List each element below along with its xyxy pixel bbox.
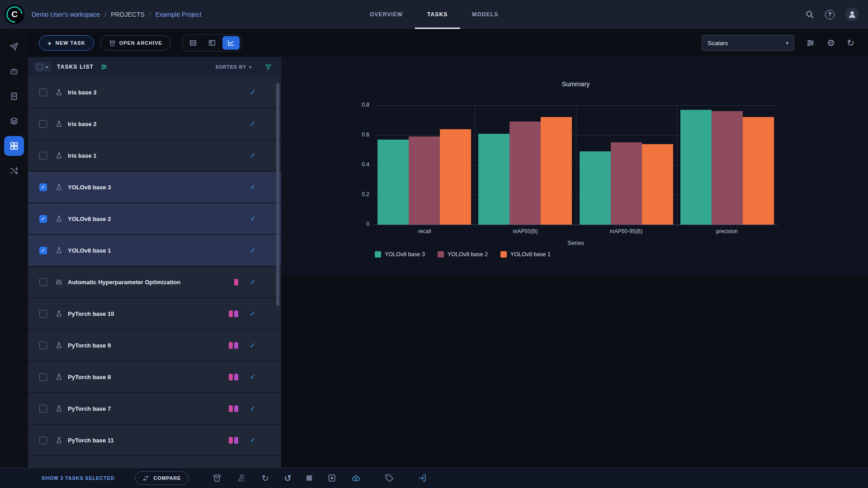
task-row[interactable]: Iris base 1✓ xyxy=(28,140,281,171)
bar[interactable] xyxy=(743,117,774,225)
new-task-button[interactable]: + NEW TASK xyxy=(39,35,94,51)
task-checkbox[interactable] xyxy=(39,278,47,286)
task-row[interactable]: PyTorch base 8✓ xyxy=(28,361,281,392)
bar[interactable] xyxy=(409,136,440,225)
tab-models[interactable]: MODELS xyxy=(460,0,510,29)
status-completed-icon: ✓ xyxy=(249,88,256,96)
publish-action-button[interactable] xyxy=(352,474,361,483)
bar[interactable] xyxy=(580,151,611,225)
task-checkbox[interactable] xyxy=(39,152,47,160)
task-name[interactable]: YOLOv8 base 1 xyxy=(68,247,111,254)
search-icon[interactable] xyxy=(805,10,814,19)
settings-gear-icon[interactable]: ⚙ xyxy=(827,38,835,47)
sorted-by-dropdown[interactable]: SORTED BY ▾ xyxy=(215,64,252,70)
metric-dropdown[interactable]: Scalars ▾ xyxy=(702,35,794,51)
move-to-project-action-button[interactable] xyxy=(418,474,427,483)
task-checkbox[interactable]: ✓ xyxy=(39,247,47,254)
auto-refresh-icon[interactable]: ↻ xyxy=(847,38,854,47)
experiment-icon xyxy=(55,342,63,349)
clearml-logo[interactable]: C xyxy=(5,5,24,24)
bar[interactable] xyxy=(440,129,471,225)
breadcrumb-project[interactable]: Example Project xyxy=(156,11,202,18)
tab-tasks[interactable]: TASKS xyxy=(415,0,460,29)
task-name[interactable]: PyTorch base 8 xyxy=(68,374,111,380)
breadcrumb-workspace[interactable]: Demo User's workspace xyxy=(32,11,100,18)
tasks-scrollbar[interactable] xyxy=(276,83,279,306)
bar[interactable] xyxy=(611,142,642,225)
task-name[interactable]: Automatic Hyperparameter Optimization xyxy=(68,279,180,286)
sidebar-item-reports[interactable] xyxy=(4,86,24,106)
experiment-icon xyxy=(55,183,63,191)
enqueue-action-button[interactable] xyxy=(237,474,246,483)
list-settings-icon[interactable] xyxy=(100,63,108,70)
legend-item[interactable]: YOLOv8 base 3 xyxy=(375,251,425,258)
task-checkbox[interactable] xyxy=(39,373,47,381)
task-row[interactable]: Automatic Hyperparameter Optimization✓ xyxy=(28,267,281,297)
task-tags xyxy=(227,342,238,349)
show-selected-link[interactable]: SHOW 3 TASKS SELECTED xyxy=(42,475,114,481)
task-tags xyxy=(233,279,238,286)
task-checkbox[interactable] xyxy=(39,310,47,318)
view-table-button[interactable] xyxy=(184,36,202,50)
task-row[interactable]: Iris base 2✓ xyxy=(28,108,281,139)
abort-action-button[interactable] xyxy=(307,475,312,481)
legend-item[interactable]: YOLOv8 base 2 xyxy=(438,251,488,258)
y-tick-label: 0.6 xyxy=(348,131,369,138)
task-name[interactable]: PyTorch base 9 xyxy=(68,342,111,349)
select-all-control[interactable]: ▾ xyxy=(33,62,51,72)
avatar[interactable] xyxy=(845,8,859,21)
task-row[interactable]: PyTorch base 5✓ xyxy=(28,456,281,468)
task-checkbox[interactable]: ✓ xyxy=(39,215,47,223)
task-name[interactable]: Iris base 1 xyxy=(68,152,97,159)
breadcrumb-projects[interactable]: PROJECTS xyxy=(111,11,145,18)
retry-action-button[interactable]: ↻ xyxy=(261,474,269,483)
bar[interactable] xyxy=(509,122,541,225)
bar[interactable] xyxy=(377,140,409,225)
open-archive-button[interactable]: OPEN ARCHIVE xyxy=(100,35,171,51)
sidebar-item-projects[interactable] xyxy=(4,136,24,156)
task-name[interactable]: Iris base 3 xyxy=(68,89,97,96)
task-row[interactable]: ✓YOLOv8 base 3✓ xyxy=(28,172,281,202)
archive-action-button[interactable] xyxy=(212,474,222,483)
task-row[interactable]: PyTorch base 9✓ xyxy=(28,330,281,361)
task-name[interactable]: Iris base 2 xyxy=(68,121,97,127)
bar[interactable] xyxy=(478,134,509,225)
task-checkbox[interactable] xyxy=(39,89,47,96)
task-row[interactable]: PyTorch base 7✓ xyxy=(28,393,281,424)
filter-funnel-icon[interactable] xyxy=(264,63,272,71)
help-icon[interactable]: ? xyxy=(825,10,835,19)
task-row[interactable]: PyTorch base 10✓ xyxy=(28,298,281,329)
select-all-checkbox[interactable] xyxy=(37,64,43,70)
task-checkbox[interactable]: ✓ xyxy=(39,183,47,191)
task-checkbox[interactable] xyxy=(39,436,47,444)
view-split-button[interactable] xyxy=(203,36,221,50)
tags-action-button[interactable] xyxy=(385,474,394,483)
bar[interactable] xyxy=(712,111,743,225)
legend-item[interactable]: YOLOv8 base 1 xyxy=(500,251,551,258)
task-row[interactable]: Iris base 3✓ xyxy=(28,77,281,108)
task-name[interactable]: PyTorch base 11 xyxy=(68,437,114,444)
task-checkbox[interactable] xyxy=(39,120,47,128)
sidebar-item-getting-started[interactable] xyxy=(4,37,24,56)
sidebar-item-applications[interactable] xyxy=(4,61,24,81)
compare-button[interactable]: COMPARE xyxy=(135,471,189,485)
task-name[interactable]: PyTorch base 10 xyxy=(68,310,114,317)
bar[interactable] xyxy=(541,117,572,225)
tab-overview[interactable]: OVERVIEW xyxy=(358,0,415,29)
sidebar-item-datasets[interactable] xyxy=(4,111,24,131)
task-row[interactable]: PyTorch base 11✓ xyxy=(28,425,281,455)
task-name[interactable]: PyTorch base 7 xyxy=(68,405,111,412)
tune-icon[interactable] xyxy=(806,38,815,47)
abort-all-children-action-button[interactable] xyxy=(327,474,336,483)
task-checkbox[interactable] xyxy=(39,405,47,413)
reset-action-button[interactable]: ↺ xyxy=(284,474,291,483)
task-row[interactable]: ✓YOLOv8 base 1✓ xyxy=(28,235,281,266)
task-name[interactable]: YOLOv8 base 2 xyxy=(68,216,111,222)
bar[interactable] xyxy=(680,110,712,225)
bar[interactable] xyxy=(642,144,673,225)
task-row[interactable]: ✓YOLOv8 base 2✓ xyxy=(28,203,281,234)
sidebar-item-orchestration[interactable] xyxy=(4,161,24,181)
view-chart-button[interactable] xyxy=(222,36,240,50)
task-checkbox[interactable] xyxy=(39,342,47,349)
task-name[interactable]: YOLOv8 base 3 xyxy=(68,184,111,191)
